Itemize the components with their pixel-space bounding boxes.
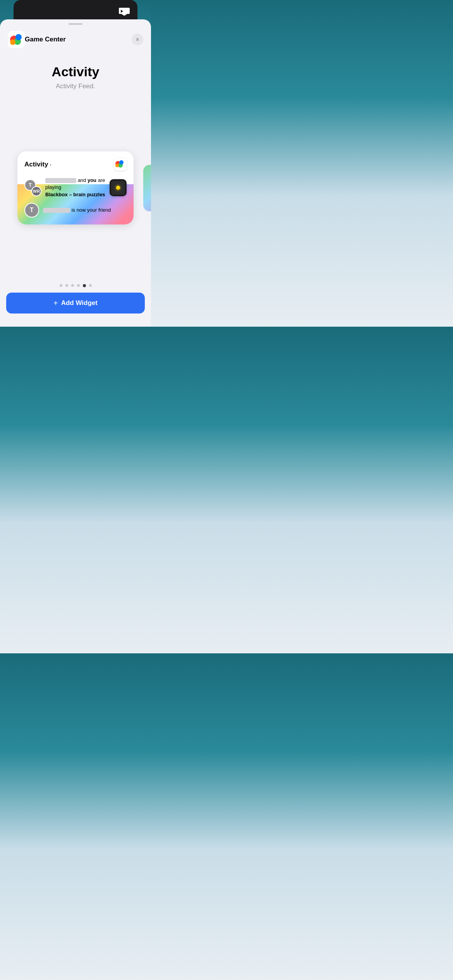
activity-text-2: is now your friend (43, 207, 127, 214)
gc-sm-bubble-blue (119, 160, 124, 164)
widget-carousel[interactable]: Activity › T WR (0, 98, 151, 278)
page-dot-5[interactable] (83, 284, 86, 287)
connector-text-1: and (78, 177, 88, 183)
game-center-small-icon (114, 158, 127, 171)
activity-item-2: T is now your friend (24, 203, 127, 218)
page-dot-6[interactable] (89, 284, 92, 287)
app-title: Game Center (25, 36, 132, 43)
widget-title: Activity (8, 64, 143, 79)
activity-item-1: T WR and you are playing Blackbox – brai… (24, 177, 127, 198)
widget-description: Activity Feed. (8, 82, 143, 90)
tv-logo (119, 8, 130, 15)
side-peek-widget (143, 165, 151, 211)
page-dot-2[interactable] (65, 284, 68, 287)
widget-card-title-group: Activity › (24, 161, 51, 168)
game-app-icon-1 (110, 179, 127, 196)
gc-bubble-blue (15, 34, 22, 40)
action-text-2: is now your friend (72, 207, 111, 213)
modal-sheet: Game Center × Activity Activity Feed. Ac… (0, 19, 151, 327)
avatar-secondary-1: WR (31, 186, 41, 196)
plus-icon: + (53, 299, 58, 307)
add-widget-label: Add Widget (61, 299, 98, 307)
blurred-name-2 (43, 208, 70, 213)
avatar-single-2: T (24, 203, 39, 218)
add-widget-button[interactable]: + Add Widget (6, 293, 145, 314)
avatar-group-1: T WR (24, 179, 41, 196)
you-text-1: you (88, 177, 96, 183)
chevron-right-icon: › (50, 162, 51, 168)
page-dot-4[interactable] (77, 284, 80, 287)
activity-text-1: and you are playing Blackbox – brain puz… (45, 177, 106, 198)
game-name-1: Blackbox – brain puzzles (45, 191, 106, 198)
page-dots (0, 278, 151, 293)
game-center-app-icon (8, 31, 25, 48)
widget-info-section: Activity Activity Feed. (0, 53, 151, 98)
page-dot-1[interactable] (60, 284, 62, 287)
sheet-header: Game Center × (0, 25, 151, 53)
widget-card-title: Activity (24, 161, 48, 168)
blurred-name-1 (45, 178, 76, 183)
close-button[interactable]: × (132, 34, 143, 45)
page-dot-3[interactable] (71, 284, 74, 287)
widget-card-header: Activity › (24, 158, 127, 171)
widget-card[interactable]: Activity › T WR (17, 151, 134, 224)
gc-bubble-yellow (10, 39, 15, 45)
